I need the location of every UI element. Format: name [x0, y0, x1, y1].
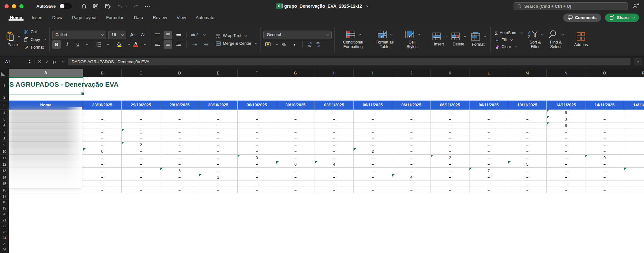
cell-H11[interactable]: –: [315, 155, 354, 161]
cell-G8[interactable]: –: [276, 135, 315, 142]
cell-O13[interactable]: –: [585, 168, 624, 174]
cell-J12[interactable]: –: [392, 161, 431, 168]
row-header-20[interactable]: 20: [0, 211, 9, 218]
cell-P10[interactable]: [624, 148, 644, 155]
align-right-button[interactable]: [174, 40, 183, 49]
cell-D10[interactable]: –: [160, 148, 199, 155]
row-header-2[interactable]: 2: [0, 94, 9, 101]
cell-F9[interactable]: –: [238, 142, 276, 148]
cell-N4[interactable]: 8: [547, 110, 585, 116]
row-header-1[interactable]: 1: [0, 77, 9, 94]
confirm-entry-icon[interactable]: ✓: [45, 59, 49, 64]
cell-F11[interactable]: 0: [238, 155, 276, 161]
cell-L14[interactable]: –: [469, 174, 508, 180]
cell-K11[interactable]: 2: [431, 155, 469, 161]
underline-button[interactable]: U: [73, 40, 82, 49]
cell-I4[interactable]: –: [354, 110, 392, 116]
row-header-18[interactable]: 18: [0, 199, 9, 206]
paste-button[interactable]: Paste: [3, 31, 22, 48]
title-chevron-icon[interactable]: [366, 4, 369, 7]
cell-P16[interactable]: [624, 187, 644, 193]
cell-H5[interactable]: –: [315, 116, 354, 122]
bold-button[interactable]: B: [52, 40, 61, 49]
cell-K16[interactable]: –: [431, 187, 469, 193]
cell-E14[interactable]: 2: [199, 174, 238, 180]
cell-H16[interactable]: –: [315, 187, 354, 193]
header-cell-C3[interactable]: 29/10/2025: [122, 101, 160, 110]
cell-B7[interactable]: –: [83, 129, 122, 135]
cell-F16[interactable]: –: [238, 187, 276, 193]
column-header-C[interactable]: C: [122, 69, 160, 77]
cell-E12[interactable]: –: [199, 161, 238, 168]
row-header-4[interactable]: 4: [0, 110, 9, 116]
cell-A5[interactable]: [9, 116, 83, 122]
tab-view[interactable]: View: [172, 15, 191, 20]
fill-color-button[interactable]: [115, 40, 124, 49]
cell-N9[interactable]: –: [547, 142, 585, 148]
row-header-19[interactable]: 19: [0, 205, 9, 211]
cell-O5[interactable]: –: [585, 116, 624, 122]
cell-F15[interactable]: –: [238, 180, 276, 187]
cell-J9[interactable]: –: [392, 142, 431, 148]
cell-K8[interactable]: –: [431, 135, 469, 142]
cell-I9[interactable]: –: [354, 142, 392, 148]
cell-N6[interactable]: 8: [547, 122, 585, 129]
cell-G16[interactable]: –: [276, 187, 315, 193]
share-button[interactable]: Share: [605, 14, 639, 22]
cell-O6[interactable]: –: [585, 122, 624, 129]
cell-M16[interactable]: –: [508, 187, 547, 193]
row-header-26[interactable]: 26: [0, 247, 9, 253]
cell-P6[interactable]: [624, 122, 644, 129]
column-header-K[interactable]: K: [431, 69, 469, 77]
cell-B10[interactable]: 0: [83, 148, 122, 155]
row-header-23[interactable]: 23: [0, 229, 9, 235]
cell-J13[interactable]: –: [392, 168, 431, 174]
cell-F6[interactable]: –: [238, 122, 276, 129]
sheet-title-cell-text[interactable]: S AGRUPADOS - Denervação EVA: [9, 81, 118, 88]
cell-P13[interactable]: [624, 168, 644, 174]
save-as-icon[interactable]: [105, 3, 111, 9]
cell-C14[interactable]: –: [122, 174, 160, 180]
row-header-25[interactable]: 25: [0, 241, 9, 247]
cell-A7[interactable]: [9, 129, 83, 135]
format-cells-button[interactable]: Format: [468, 31, 488, 47]
tab-automate[interactable]: Automate: [191, 15, 219, 20]
cell-C16[interactable]: –: [122, 187, 160, 193]
row-header-24[interactable]: 24: [0, 235, 9, 241]
cell-C13[interactable]: –: [122, 168, 160, 174]
cell-I10[interactable]: 2: [354, 148, 392, 155]
increase-indent-button[interactable]: [201, 40, 210, 49]
cell-E7[interactable]: –: [199, 129, 238, 135]
cell-K7[interactable]: –: [431, 129, 469, 135]
cell-E9[interactable]: –: [199, 142, 238, 148]
header-cell-L3[interactable]: 06/11/2025: [469, 101, 508, 110]
cell-A9[interactable]: [9, 142, 83, 148]
column-header-I[interactable]: I: [354, 69, 392, 77]
cell-J7[interactable]: –: [392, 129, 431, 135]
font-size-select[interactable]: 16: [108, 31, 126, 39]
cell-F10[interactable]: –: [238, 148, 276, 155]
cell-N7[interactable]: –: [547, 129, 585, 135]
cell-K9[interactable]: –: [431, 142, 469, 148]
cell-C10[interactable]: –: [122, 148, 160, 155]
font-name-select[interactable]: Calibri: [52, 31, 106, 39]
cell-D9[interactable]: –: [160, 142, 199, 148]
cell-M6[interactable]: –: [508, 122, 547, 129]
cell-A8[interactable]: [9, 135, 83, 142]
cell-M14[interactable]: –: [508, 174, 547, 180]
cell-E13[interactable]: –: [199, 168, 238, 174]
cell-M4[interactable]: –: [508, 110, 547, 116]
cell-F12[interactable]: –: [238, 161, 276, 168]
cell-K15[interactable]: –: [431, 180, 469, 187]
cell-B9[interactable]: –: [83, 142, 122, 148]
cell-O9[interactable]: –: [585, 142, 624, 148]
cell-H9[interactable]: –: [315, 142, 354, 148]
cell-A16[interactable]: [9, 187, 83, 193]
header-cell-I3[interactable]: 06/11/2025: [354, 101, 392, 110]
cell-I14[interactable]: –: [354, 174, 392, 180]
row-header-22[interactable]: 22: [0, 223, 9, 229]
cell-B6[interactable]: –: [83, 122, 122, 129]
row-header-17[interactable]: 17: [0, 193, 9, 199]
cell-N16[interactable]: –: [547, 187, 585, 193]
cell-N11[interactable]: –: [547, 155, 585, 161]
